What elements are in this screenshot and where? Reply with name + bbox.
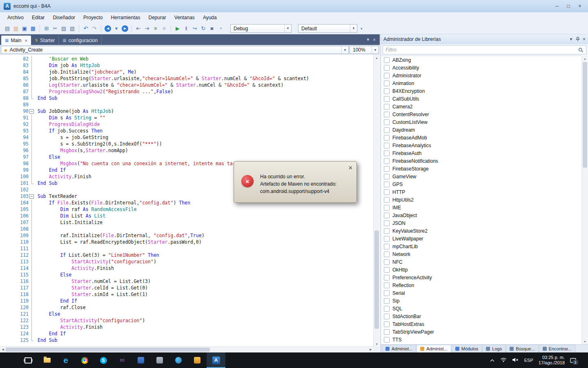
code-line[interactable]: 108 [0, 226, 374, 232]
code-line[interactable]: 85 job.PostString(Starter.urlasiste,"che… [0, 75, 374, 82]
library-checkbox[interactable] [384, 337, 390, 343]
library-item[interactable]: Daydream [381, 126, 582, 134]
library-item[interactable]: FirebaseAnalytics [381, 141, 582, 149]
library-item[interactable]: Administrator [381, 72, 582, 79]
file-explorer-button[interactable] [38, 352, 56, 368]
library-item[interactable]: FirebaseAuth [381, 149, 582, 157]
code-line[interactable]: 90Sub JobDone(job As HttpJob) [0, 108, 374, 114]
pause-button[interactable]: ‖ [182, 25, 190, 33]
code-line[interactable]: 110 List = raf.ReadEncryptedObject(Start… [0, 239, 374, 245]
tab-main[interactable]: ▦Main× [1, 36, 31, 45]
app-button-3[interactable] [169, 352, 188, 368]
code-line[interactable]: 118 Starter.simId = List.Get(1) [0, 291, 374, 298]
library-checkbox[interactable] [384, 244, 390, 249]
library-checkbox[interactable] [384, 96, 390, 102]
library-checkbox[interactable] [384, 182, 390, 187]
menu-item-herramientas[interactable]: Herramientas [107, 12, 144, 23]
library-item[interactable]: HTTP [381, 188, 582, 196]
code-line[interactable]: 117 Starter.celId = List.Get(0) [0, 285, 374, 291]
scroll-up-icon[interactable]: ▲ [374, 55, 380, 61]
save-button[interactable]: ▣ [20, 25, 29, 33]
code-line[interactable]: 115 Else [0, 272, 374, 278]
code-line[interactable]: 105 Dim raf As RandomAccessFile [0, 206, 374, 213]
clock[interactable]: 03:25 p. m. 17/ago./2018 [539, 355, 565, 366]
library-checkbox[interactable] [384, 135, 390, 141]
library-item[interactable]: OkHttp [381, 266, 582, 274]
code-line[interactable]: 111 [0, 245, 374, 252]
skype-button[interactable]: S [94, 352, 113, 368]
menu-item-proyecto[interactable]: Proyecto [79, 12, 107, 23]
code-line[interactable]: 88End Sub [0, 95, 374, 101]
fold-toggle-icon[interactable] [29, 193, 35, 200]
panel-tab-4[interactable]: Búsque... [506, 345, 538, 352]
back-button[interactable]: ◀ [105, 25, 111, 32]
panel-close-icon[interactable]: × [583, 36, 586, 42]
library-checkbox[interactable] [384, 275, 390, 280]
code-line[interactable]: 121 Else [0, 311, 374, 317]
library-item[interactable]: StdActionBar [381, 312, 582, 320]
panel-menu-chevron-icon[interactable]: ▼ [569, 37, 573, 41]
library-checkbox[interactable] [384, 65, 390, 71]
code-line[interactable]: 84 job.Initialize("jobchecar", Me) [0, 69, 374, 75]
library-checkbox[interactable] [384, 104, 390, 110]
library-checkbox[interactable] [384, 298, 390, 304]
toolbar-overflow-icon[interactable]: ▾ [361, 27, 363, 31]
library-item[interactable]: Camera2 [381, 103, 582, 110]
menu-item-ayuda[interactable]: Ayuda [199, 12, 221, 23]
library-checkbox[interactable] [384, 127, 390, 133]
new-button[interactable]: ▤ [3, 25, 11, 33]
panel-tab-5[interactable]: Encontrar... [539, 345, 575, 352]
code-line[interactable]: 96 Msgbox(s,Starter.nomApp) [0, 147, 374, 154]
library-checkbox[interactable] [384, 205, 390, 211]
tab-starter[interactable]: ↯Starter [31, 36, 59, 45]
code-line[interactable]: 113 StartActivity("configuracion") [0, 258, 374, 265]
library-checkbox[interactable] [384, 81, 390, 86]
task-view-button[interactable] [19, 352, 38, 368]
outdent-button[interactable]: ⇤ [134, 25, 143, 33]
code-line[interactable]: 97 Else [0, 154, 374, 160]
library-checkbox[interactable] [384, 166, 390, 172]
library-item[interactable]: FirebaseStorage [381, 165, 582, 173]
library-item[interactable]: Accessibility [381, 64, 582, 72]
uncomment-button[interactable]: ≡ [160, 25, 168, 33]
paste-button[interactable]: ▧ [68, 25, 76, 33]
library-item[interactable]: Reflection [381, 281, 582, 289]
open-button[interactable]: ▥ [12, 25, 20, 33]
library-item[interactable]: B4XEncryption [381, 87, 582, 95]
scroll-down-icon[interactable]: ▼ [374, 341, 380, 347]
library-item[interactable]: TTS [381, 336, 582, 343]
panel-tab-3[interactable]: Logs [482, 345, 506, 352]
code-line[interactable]: 82 'Buscar en Web [0, 56, 374, 62]
code-line[interactable]: 122 StartActivity("configuracion") [0, 317, 374, 324]
build-configuration-dropdown[interactable]: Debug ▼ [230, 24, 292, 33]
library-checkbox[interactable] [384, 57, 390, 63]
maximize-button[interactable]: □ [563, 2, 574, 10]
minimize-button[interactable]: ─ [551, 2, 563, 10]
library-checkbox[interactable] [384, 228, 390, 234]
library-item[interactable]: ContentResolver [381, 110, 582, 118]
library-item[interactable]: CustomListView [381, 118, 582, 126]
scroll-left-icon[interactable]: ◀ [0, 347, 6, 352]
library-checkbox[interactable] [384, 189, 390, 195]
library-item[interactable]: CallSubUtils [381, 95, 582, 103]
language-indicator[interactable]: ESP [524, 358, 533, 363]
code-line[interactable]: 120 raf.Close [0, 304, 374, 311]
library-item[interactable]: FirebaseNotifications [381, 157, 582, 165]
library-checkbox[interactable] [384, 306, 390, 312]
hidden-icons-chevron-icon[interactable] [490, 357, 495, 364]
library-checkbox[interactable] [384, 174, 390, 180]
code-line[interactable]: 116 Starter.numCel = List.Get(3) [0, 278, 374, 285]
search-icon[interactable] [578, 47, 584, 53]
code-line[interactable]: 124 End If [0, 330, 374, 337]
run-button[interactable]: ▶ [174, 25, 182, 33]
library-checkbox[interactable] [384, 321, 390, 327]
library-item[interactable]: HttpUtils2 [381, 196, 582, 204]
visual-studio-button[interactable]: ∞ [113, 352, 131, 368]
close-button[interactable]: × [574, 2, 586, 10]
forward-button[interactable]: ▶ [122, 25, 128, 32]
document-list-chevron-icon[interactable]: ▼ [366, 38, 370, 42]
library-item[interactable]: TabStripViewPager [381, 328, 582, 336]
library-item[interactable]: GameView [381, 173, 582, 180]
library-checkbox[interactable] [384, 329, 390, 335]
library-item[interactable]: mpChartLib [381, 242, 582, 250]
